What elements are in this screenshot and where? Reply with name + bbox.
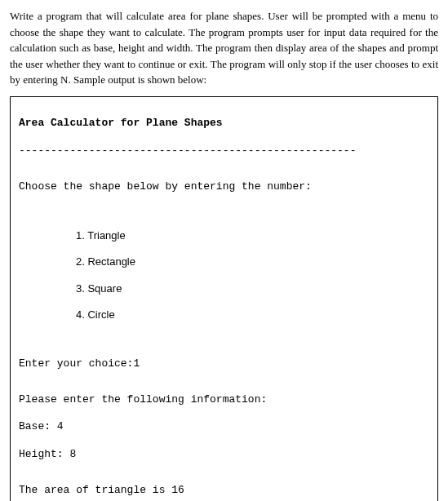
output-info-prompt: Please enter the following information: (19, 393, 429, 407)
menu-item-square: 3. Square (76, 282, 429, 295)
menu-item-rectangle: 2. Rectangle (76, 255, 429, 268)
output-height: Height: 8 (19, 448, 429, 462)
output-result: The area of triangle is 16 (19, 484, 429, 498)
output-choice: Enter your choice:1 (19, 357, 429, 371)
menu-item-circle: 4. Circle (76, 308, 429, 321)
output-base: Base: 4 (19, 420, 429, 434)
instructions-text: Write a program that will calculate area… (10, 8, 438, 88)
sample-output-box: Area Calculator for Plane Shapes -------… (10, 96, 438, 502)
output-separator: ----------------------------------------… (19, 144, 429, 158)
output-title: Area Calculator for Plane Shapes (19, 117, 429, 131)
menu-item-triangle: 1. Triangle (76, 229, 429, 242)
output-prompt: Choose the shape below by entering the n… (19, 180, 429, 194)
output-menu: 1. Triangle 2. Rectangle 3. Square 4. Ci… (19, 216, 429, 335)
